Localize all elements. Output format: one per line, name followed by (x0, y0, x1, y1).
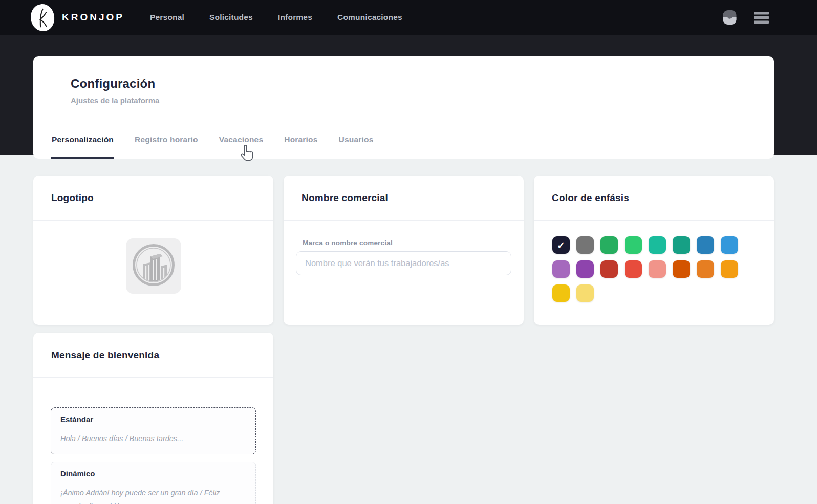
color-swatch-2[interactable] (576, 236, 594, 254)
welcome-option-example: Hola / Buenos días / Buenas tardes... (60, 432, 246, 446)
color-swatch-6[interactable] (673, 236, 690, 254)
inbox-icon[interactable] (723, 10, 737, 25)
accent-color-grid: ✓ (534, 221, 745, 302)
color-enfasis-card: Color de enfásis ✓ (534, 176, 774, 325)
nav-link-solicitudes[interactable]: Solicitudes (209, 13, 253, 22)
brand-name: KRONJOP (62, 12, 124, 23)
color-swatch-12[interactable] (625, 260, 642, 278)
tab-usuarios[interactable]: Usuarios (338, 135, 374, 159)
color-swatch-16[interactable] (721, 260, 738, 278)
kronjop-logo-icon (30, 3, 55, 32)
color-swatch-5[interactable] (649, 236, 666, 254)
welcome-option-example: ¡Ánimo Adrián! hoy puede ser un gran día… (60, 486, 246, 504)
logotipo-card-title: Logotipo (51, 192, 94, 204)
mensaje-bienvenida-card-title: Mensaje de bienvenida (51, 349, 159, 361)
check-icon: ✓ (557, 240, 565, 250)
color-swatch-10[interactable] (576, 260, 594, 278)
welcome-option-dinamico[interactable]: Dinámico¡Ánimo Adrián! hoy puede ser un … (51, 462, 256, 504)
welcome-option-name: Dinámico (60, 469, 246, 478)
settings-cards-row: Logotipo (33, 176, 774, 325)
brand-name-input[interactable] (296, 251, 511, 275)
color-swatch-9[interactable] (552, 260, 570, 278)
nombre-comercial-card: Nombre comercial Marca o nombre comercia… (284, 176, 524, 325)
color-enfasis-card-title: Color de enfásis (552, 192, 629, 204)
settings-header-card: Configuración Ajustes de la plataforma P… (33, 56, 774, 159)
tab-registro-horario[interactable]: Registro horario (134, 135, 199, 159)
color-swatch-7[interactable] (697, 236, 714, 254)
color-swatch-11[interactable] (600, 260, 618, 278)
top-navbar: KRONJOP PersonalSolicitudesInformesComun… (0, 0, 817, 35)
color-swatch-14[interactable] (673, 260, 690, 278)
color-swatch-3[interactable] (600, 236, 618, 254)
mensaje-bienvenida-card: Mensaje de bienvenida EstándarHola / Bue… (33, 333, 273, 504)
tab-vacaciones[interactable]: Vacaciones (219, 135, 264, 159)
logo-upload-tile[interactable] (126, 238, 181, 294)
welcome-message-options: EstándarHola / Buenos días / Buenas tard… (33, 378, 273, 504)
color-swatch-8[interactable] (721, 236, 738, 254)
nav-link-personal[interactable]: Personal (150, 13, 184, 22)
menu-icon[interactable] (754, 12, 769, 24)
color-swatch-15[interactable] (697, 260, 714, 278)
nav-link-comunicaciones[interactable]: Comunicaciones (337, 13, 402, 22)
color-swatch-13[interactable] (649, 260, 666, 278)
brand-name-field-label: Marca o nombre comercial (303, 239, 511, 247)
nombre-comercial-card-title: Nombre comercial (302, 192, 388, 204)
color-swatch-4[interactable] (625, 236, 642, 254)
brand-logo[interactable]: KRONJOP (31, 4, 124, 31)
color-swatch-1[interactable]: ✓ (552, 236, 570, 254)
building-placeholder-icon (132, 243, 176, 289)
welcome-option-estandar[interactable]: EstándarHola / Buenos días / Buenas tard… (51, 407, 256, 454)
welcome-option-name: Estándar (60, 415, 246, 424)
settings-tabs: PersonalizaciónRegistro horarioVacacione… (51, 135, 374, 159)
main-navigation: PersonalSolicitudesInformesComunicacione… (150, 13, 402, 22)
tab-horarios[interactable]: Horarios (284, 135, 318, 159)
tab-personalizacion[interactable]: Personalización (51, 135, 114, 159)
color-swatch-18[interactable] (576, 284, 594, 302)
page-title: Configuración (71, 77, 155, 91)
logotipo-card: Logotipo (33, 176, 273, 325)
color-swatch-17[interactable] (552, 284, 570, 302)
nav-link-informes[interactable]: Informes (278, 13, 312, 22)
page-subtitle: Ajustes de la plataforma (71, 96, 159, 105)
navbar-actions (723, 10, 769, 25)
